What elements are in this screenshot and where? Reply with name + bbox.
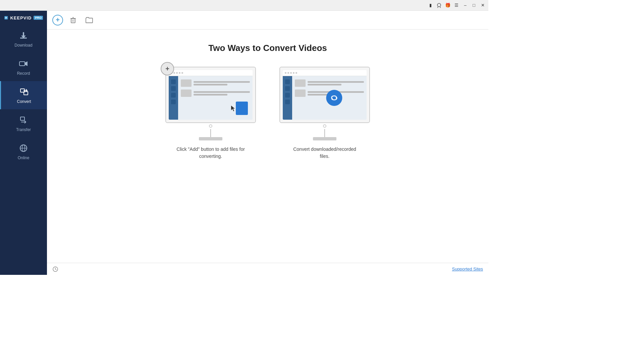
dot5: [181, 72, 183, 74]
s2-dot4: [285, 100, 290, 104]
sidebar-item-record[interactable]: Record: [0, 53, 47, 81]
sidebar-item-transfer-label: Transfer: [16, 127, 31, 132]
screen1-sidebar: [169, 76, 178, 120]
titlebar: ▮ 🎁 ☰ – □ ✕: [0, 0, 488, 11]
note-icon[interactable]: ▮: [427, 2, 433, 8]
thumb2: [181, 89, 192, 97]
sidebar: KEEPVID PRO Download Record: [0, 11, 47, 275]
delete-button[interactable]: [67, 14, 79, 26]
card2-desc: Convert downloaded/recorded files.: [288, 146, 362, 160]
sidebar-item-online-label: Online: [18, 156, 30, 160]
card1-desc: Click "Add" button to add files for conv…: [174, 146, 248, 160]
supported-sites-link[interactable]: Supported Sites: [452, 266, 483, 272]
monitor2-stand: [279, 129, 370, 140]
maximize-icon[interactable]: □: [471, 2, 477, 8]
minimize-icon[interactable]: –: [462, 2, 468, 8]
sidebar-item-download[interactable]: Download: [0, 25, 47, 53]
screen1-row2: [181, 89, 250, 97]
download-icon: [18, 30, 29, 41]
history-button[interactable]: [52, 266, 58, 272]
screen2-sidebar: [283, 76, 292, 120]
dot3: [176, 72, 178, 74]
sidebar-item-transfer[interactable]: Transfer: [0, 109, 47, 137]
line2a: [194, 91, 250, 93]
sidebar-item-record-label: Record: [17, 71, 30, 76]
stand-neck2: [324, 129, 325, 137]
sidebar-item-download-label: Download: [14, 43, 32, 48]
thumb2-2: [295, 89, 306, 97]
lines2: [194, 91, 250, 96]
convert-icon: [19, 86, 30, 97]
app-container: KEEPVID PRO Download Record: [0, 11, 488, 275]
cards-row: +: [164, 67, 372, 160]
stand-base2: [313, 137, 336, 140]
folder-button[interactable]: [83, 14, 95, 26]
monitor1-circle: [209, 124, 212, 128]
screen2-row1: [295, 79, 364, 87]
dot2: [173, 72, 175, 74]
lines2-1: [308, 81, 364, 85]
s-dot1: [171, 79, 176, 84]
screen1-row1: [181, 79, 250, 87]
drag-file-indicator: [236, 102, 248, 115]
app-logo: KEEPVID PRO: [0, 11, 47, 25]
online-icon: [18, 143, 29, 154]
record-icon: [18, 58, 29, 69]
lines1: [194, 81, 250, 85]
convert-overlay-button[interactable]: [326, 90, 342, 106]
logo-pro: PRO: [34, 16, 43, 20]
s2-dot2: [285, 86, 290, 91]
dot4: [179, 72, 180, 74]
svg-rect-11: [20, 117, 24, 120]
sidebar-item-convert-label: Convert: [17, 99, 31, 104]
main-content: Two Ways to Convert Videos +: [47, 29, 488, 263]
dot2-3: [290, 72, 292, 74]
screen1-content: [178, 76, 253, 120]
monitor2-screen: [283, 76, 367, 120]
line2-1b: [308, 84, 341, 85]
svg-marker-7: [25, 61, 28, 66]
dot2-4: [293, 72, 294, 74]
sidebar-item-convert[interactable]: Convert: [0, 81, 47, 109]
svg-rect-16: [71, 19, 75, 23]
s2-dot1: [285, 79, 290, 84]
toolbar: +: [47, 11, 488, 29]
transfer-icon: [18, 115, 29, 125]
line1a: [194, 81, 250, 83]
screen2-content: [292, 76, 367, 120]
logo-text: KEEPVID: [10, 15, 32, 20]
dot2-2: [287, 72, 289, 74]
line2b: [194, 94, 227, 96]
thumb1: [181, 79, 192, 87]
svg-marker-21: [231, 106, 235, 111]
gift-icon[interactable]: 🎁: [445, 2, 451, 8]
s-dot2: [171, 86, 176, 91]
qq-icon[interactable]: [436, 2, 442, 8]
add-overlay-icon: +: [161, 62, 174, 75]
stand-base1: [199, 137, 222, 140]
s-dot3: [171, 93, 176, 98]
monitor1-screen: [169, 76, 253, 120]
monitor-2: [279, 67, 370, 140]
sidebar-item-online[interactable]: Online: [0, 137, 47, 166]
dot2-5: [296, 72, 297, 74]
stand-neck1: [210, 129, 211, 137]
svg-rect-6: [19, 62, 25, 66]
monitor1-stand: [165, 129, 256, 140]
add-button[interactable]: +: [52, 15, 63, 25]
dot2-1: [285, 72, 286, 74]
s2-dot3: [285, 93, 290, 98]
s-dot4: [171, 100, 176, 104]
monitor2-topbar: [283, 70, 367, 76]
card-convert: Convert downloaded/recorded files.: [278, 67, 372, 160]
svg-point-0: [437, 3, 441, 7]
cursor-icon: [231, 106, 235, 112]
page-title: Two Ways to Convert Videos: [208, 43, 327, 53]
menu-icon[interactable]: ☰: [453, 2, 460, 8]
bottom-bar: Supported Sites: [47, 263, 488, 275]
line2-1a: [308, 81, 364, 83]
monitor-1: +: [165, 67, 256, 140]
card-add: +: [164, 67, 258, 160]
monitor1-topbar: [169, 70, 253, 76]
close-icon[interactable]: ✕: [480, 2, 486, 8]
